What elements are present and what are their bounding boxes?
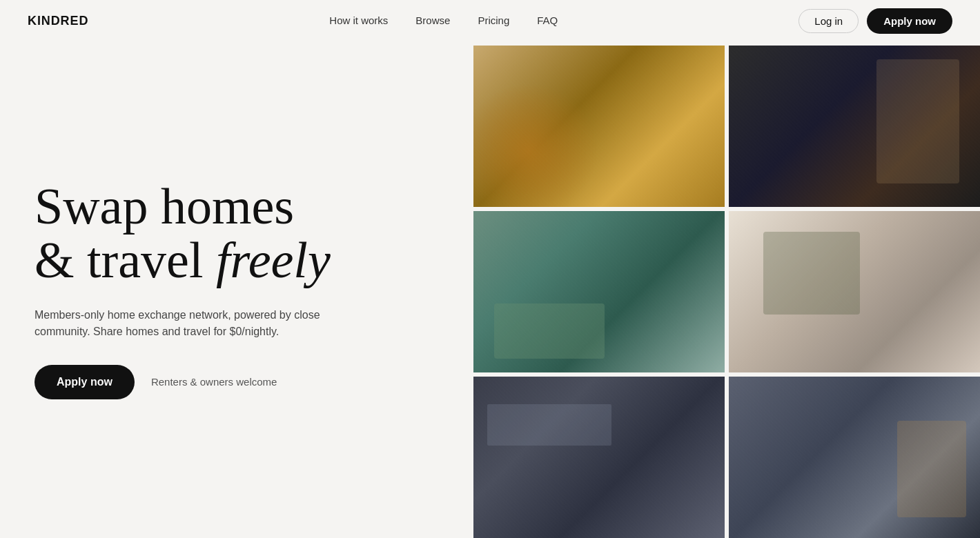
nav-actions: Log in Apply now (798, 8, 952, 34)
hero-title: Swap homes & travel freely (35, 180, 428, 287)
nav-apply-button[interactable]: Apply now (867, 8, 952, 34)
navigation: KINDRED How it works Browse Pricing FAQ … (0, 0, 980, 41)
photo-1 (473, 46, 725, 207)
hero-note: Renters & owners welcome (151, 376, 277, 388)
nav-pricing[interactable]: Pricing (478, 14, 509, 26)
photo-2 (729, 46, 980, 207)
photo-3 (473, 211, 725, 372)
nav-faq[interactable]: FAQ (537, 14, 558, 26)
brand-logo[interactable]: KINDRED (28, 14, 88, 28)
nav-browse[interactable]: Browse (415, 14, 450, 26)
photo-5 (473, 377, 725, 538)
nav-how-it-works[interactable]: How it works (329, 14, 388, 26)
hero-subtitle: Members-only home exchange network, powe… (35, 307, 324, 340)
hero-title-line2: & travel (35, 232, 216, 288)
main-content: Swap homes & travel freely Members-only … (0, 0, 980, 538)
hero-section: Swap homes & travel freely Members-only … (0, 41, 469, 538)
photo-grid (469, 41, 980, 538)
hero-apply-button[interactable]: Apply now (35, 365, 135, 399)
photo-6 (729, 377, 980, 538)
photo-4 (729, 211, 980, 372)
login-button[interactable]: Log in (798, 9, 859, 33)
hero-cta: Apply now Renters & owners welcome (35, 365, 428, 399)
hero-title-italic: freely (216, 232, 331, 288)
nav-links: How it works Browse Pricing FAQ (329, 14, 558, 27)
hero-title-line1: Swap homes (35, 178, 294, 235)
